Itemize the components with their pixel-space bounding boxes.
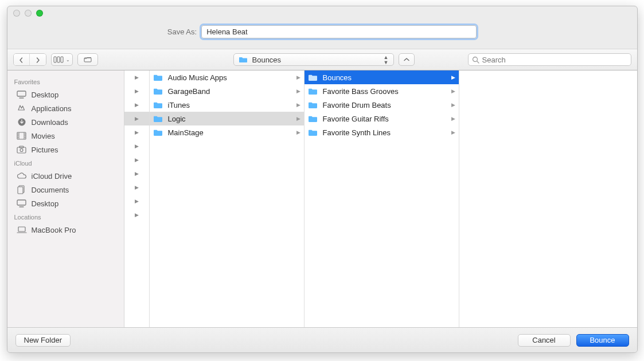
sidebar-item-desktop[interactable]: Desktop bbox=[7, 197, 124, 210]
column-0[interactable]: ▶▶▶▶▶▶▶▶▶▶▶ bbox=[124, 70, 150, 327]
group-button[interactable] bbox=[77, 53, 98, 66]
chevron-right-icon: ▶ bbox=[451, 116, 455, 121]
svg-point-17 bbox=[25, 137, 25, 138]
path-popup-label: Bounces bbox=[252, 56, 282, 64]
laptop-icon bbox=[17, 226, 27, 233]
chevron-right-icon bbox=[35, 57, 41, 63]
column-1[interactable]: Audio Music Apps▶GarageBand▶iTunes▶Logic… bbox=[150, 70, 305, 327]
search-icon bbox=[472, 56, 479, 64]
save-as-row: Save As: bbox=[7, 19, 637, 49]
folder-label: Audio Music Apps bbox=[168, 73, 292, 82]
cancel-button[interactable]: Cancel bbox=[518, 334, 571, 347]
folder-label: Logic bbox=[168, 115, 292, 123]
sidebar-item-downloads[interactable]: Downloads bbox=[7, 115, 124, 129]
folder-row[interactable]: Bounces▶ bbox=[305, 70, 459, 84]
parent-row[interactable]: ▶ bbox=[124, 70, 149, 84]
chevron-right-icon: ▶ bbox=[296, 74, 300, 80]
folder-row[interactable]: MainStage▶ bbox=[150, 125, 304, 139]
minimize-button[interactable] bbox=[25, 10, 32, 17]
folder-label: MainStage bbox=[168, 128, 292, 137]
sidebar-item-icloud-drive[interactable]: iCloud Drive bbox=[7, 169, 124, 183]
parent-row[interactable]: ▶ bbox=[124, 125, 149, 139]
sidebar-item-documents[interactable]: Documents bbox=[7, 183, 124, 197]
parent-row[interactable]: ▶ bbox=[124, 180, 149, 194]
parent-row[interactable]: ▶ bbox=[124, 139, 149, 153]
folder-row[interactable]: Favorite Synth Lines▶ bbox=[305, 125, 459, 139]
folder-icon bbox=[153, 129, 163, 136]
chevron-right-icon: ▶ bbox=[451, 74, 455, 80]
folder-icon bbox=[308, 74, 318, 81]
folder-row[interactable]: iTunes▶ bbox=[150, 98, 304, 112]
folder-row[interactable]: Favorite Bass Grooves▶ bbox=[305, 84, 459, 98]
chevron-right-icon: ▶ bbox=[451, 102, 455, 108]
svg-line-5 bbox=[477, 61, 479, 63]
enclosing-folder-button[interactable] bbox=[399, 53, 415, 66]
search-field[interactable] bbox=[468, 53, 631, 66]
folder-icon bbox=[153, 101, 163, 109]
parent-row[interactable]: ▶ bbox=[124, 84, 149, 98]
sidebar-item-label: Downloads bbox=[32, 118, 68, 127]
svg-rect-0 bbox=[54, 57, 56, 62]
parent-row[interactable]: ▶ bbox=[124, 153, 149, 167]
column-view: ▶▶▶▶▶▶▶▶▶▶▶ Audio Music Apps▶GarageBand▶… bbox=[124, 70, 637, 327]
sidebar-item-label: iCloud Drive bbox=[32, 172, 72, 180]
sidebar-item-label: MacBook Pro bbox=[32, 226, 76, 234]
folder-label: Favorite Synth Lines bbox=[323, 128, 447, 137]
view-mode-button[interactable]: ⌄ bbox=[51, 53, 73, 66]
chevron-up-icon bbox=[404, 57, 409, 62]
column-3[interactable] bbox=[459, 70, 637, 327]
sidebar-item-macbook-pro[interactable]: MacBook Pro bbox=[7, 223, 124, 237]
sidebar-item-applications[interactable]: Applications bbox=[7, 101, 124, 115]
parent-row[interactable]: ▶ bbox=[124, 112, 149, 125]
parent-row[interactable]: ▶ bbox=[124, 194, 149, 208]
svg-point-16 bbox=[25, 135, 25, 136]
chevron-right-icon: ▶ bbox=[296, 88, 300, 94]
titlebar bbox=[7, 6, 637, 19]
search-input[interactable] bbox=[482, 56, 627, 64]
dialog-footer: New Folder Cancel Bounce bbox=[7, 327, 637, 352]
forward-button[interactable] bbox=[30, 54, 46, 66]
column-2[interactable]: Bounces▶Favorite Bass Grooves▶Favorite D… bbox=[305, 70, 459, 327]
folder-icon bbox=[239, 56, 248, 63]
sidebar-header: Locations bbox=[7, 210, 124, 223]
confirm-button[interactable]: Bounce bbox=[576, 334, 629, 347]
back-button[interactable] bbox=[14, 54, 30, 66]
svg-point-13 bbox=[18, 135, 18, 136]
path-popup[interactable]: Bounces ▲▼ bbox=[233, 53, 394, 66]
sidebar-item-label: Documents bbox=[32, 186, 69, 194]
updown-arrows-icon: ▲▼ bbox=[384, 55, 389, 65]
folder-icon bbox=[153, 74, 163, 81]
save-as-input[interactable] bbox=[201, 25, 477, 38]
close-button[interactable] bbox=[13, 10, 20, 17]
chevron-right-icon: ▶ bbox=[451, 130, 455, 135]
folder-label: Favorite Bass Grooves bbox=[323, 87, 447, 96]
folder-row[interactable]: Favorite Guitar Riffs▶ bbox=[305, 112, 459, 125]
folder-row[interactable]: GarageBand▶ bbox=[150, 84, 304, 98]
folder-icon bbox=[153, 115, 163, 123]
applications-icon bbox=[17, 104, 27, 113]
folder-row[interactable]: Logic▶ bbox=[150, 112, 304, 125]
folder-row[interactable]: Audio Music Apps▶ bbox=[150, 70, 304, 84]
svg-rect-23 bbox=[17, 200, 26, 205]
sidebar-item-desktop[interactable]: Desktop bbox=[7, 88, 124, 101]
parent-row[interactable]: ▶ bbox=[124, 98, 149, 112]
folder-label: Bounces bbox=[323, 73, 447, 82]
svg-rect-1 bbox=[57, 57, 60, 62]
parent-row[interactable]: ▶ bbox=[124, 167, 149, 180]
sidebar-item-label: Pictures bbox=[32, 146, 58, 154]
chevron-right-icon: ▶ bbox=[296, 102, 300, 108]
sidebar: FavoritesDesktopApplicationsDownloadsMov… bbox=[7, 70, 124, 327]
folder-label: iTunes bbox=[168, 101, 292, 109]
chevron-right-icon: ▶ bbox=[296, 130, 300, 135]
zoom-button[interactable] bbox=[36, 10, 43, 17]
cloud-icon bbox=[17, 172, 27, 179]
parent-row[interactable]: ▶ bbox=[124, 208, 149, 222]
sidebar-item-pictures[interactable]: Pictures bbox=[7, 143, 124, 156]
folder-row[interactable]: Favorite Drum Beats▶ bbox=[305, 98, 459, 112]
folder-icon bbox=[308, 88, 318, 95]
sidebar-item-movies[interactable]: Movies bbox=[7, 129, 124, 143]
chevron-right-icon: ▶ bbox=[296, 116, 300, 121]
new-folder-button[interactable]: New Folder bbox=[15, 334, 71, 347]
folder-icon bbox=[308, 115, 318, 123]
save-as-label: Save As: bbox=[167, 28, 197, 36]
